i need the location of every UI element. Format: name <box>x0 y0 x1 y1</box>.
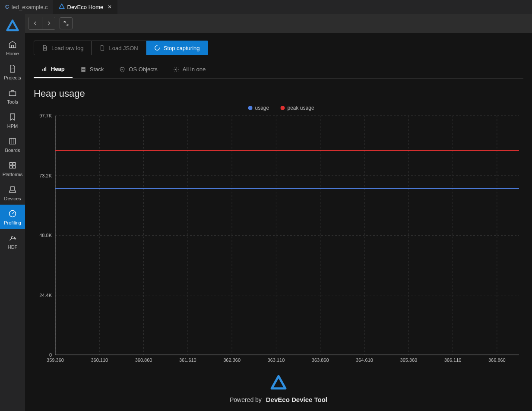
svg-rect-5 <box>10 162 12 165</box>
sidebar-item-projects[interactable]: P Projects <box>0 60 25 84</box>
svg-text:peak usage: peak usage <box>288 105 314 111</box>
capture-actions: Load raw log Load JSON Stop capturing <box>34 41 523 55</box>
sidebar-item-tools[interactable]: Tools <box>0 84 25 108</box>
deveco-logo-icon <box>59 3 65 11</box>
profiling-subtabs: Heap Stack OS Objects All in one <box>34 61 523 79</box>
tab-label: Heap <box>51 66 65 72</box>
tab-label: Stack <box>90 66 104 73</box>
svg-point-56 <box>281 106 285 110</box>
app-logo <box>4 17 21 35</box>
svg-rect-15 <box>44 68 45 71</box>
svg-text:365.360: 365.360 <box>400 357 417 363</box>
sidebar-item-platforms[interactable]: Platforms <box>0 156 25 180</box>
shield-icon <box>119 66 125 73</box>
device-icon <box>8 185 17 194</box>
editor-tab-label: DevEco Home <box>67 4 104 10</box>
svg-rect-19 <box>82 70 85 71</box>
svg-rect-1 <box>10 92 16 96</box>
button-label: Load raw log <box>51 45 83 51</box>
sidebar-item-profiling[interactable]: Profiling <box>0 205 25 229</box>
svg-point-20 <box>175 69 177 70</box>
svg-rect-18 <box>82 69 85 70</box>
svg-text:24.4K: 24.4K <box>39 293 52 298</box>
tab-label: OS Objects <box>129 66 157 73</box>
svg-rect-14 <box>42 69 43 71</box>
top-toolbar <box>25 14 532 33</box>
sidebar-item-label: Boards <box>5 148 20 153</box>
svg-text:363.110: 363.110 <box>268 357 285 363</box>
nav-back-button[interactable] <box>29 17 42 29</box>
nav-group <box>28 17 55 30</box>
tab-stack[interactable]: Stack <box>73 61 112 78</box>
svg-text:360.110: 360.110 <box>91 357 108 363</box>
chart-title: Heap usage <box>34 88 523 99</box>
content-area: Load raw log Load JSON Stop capturing He… <box>25 14 532 411</box>
svg-rect-8 <box>13 166 16 168</box>
sidebar-item-label: Home <box>6 51 19 56</box>
svg-text:362.360: 362.360 <box>223 357 241 363</box>
sidebar-item-label: HPM <box>7 123 18 129</box>
spinner-icon <box>154 45 160 51</box>
svg-rect-7 <box>10 166 12 168</box>
editor-tab-label: led_example.c <box>12 4 48 10</box>
tab-os-objects[interactable]: OS Objects <box>111 61 165 78</box>
chart-bar-icon <box>41 66 48 72</box>
button-label: Stop capturing <box>164 45 200 51</box>
svg-point-54 <box>248 106 253 110</box>
footer-text: Powered by DevEco Device Tool <box>34 396 523 403</box>
powered-by-label: Powered by <box>230 396 262 403</box>
c-file-icon: C <box>5 4 9 10</box>
board-icon <box>8 136 17 146</box>
gear-icon <box>173 66 179 73</box>
svg-rect-16 <box>45 66 46 71</box>
sidebar-item-hdf[interactable]: HDF <box>0 229 25 253</box>
fullscreen-button[interactable] <box>60 17 73 29</box>
svg-text:0: 0 <box>49 352 52 357</box>
svg-text:97.7K: 97.7K <box>39 113 52 118</box>
svg-text:361.610: 361.610 <box>179 357 196 363</box>
sidebar: Home P Projects Tools HPM Boards <box>0 14 25 411</box>
editor-tab-deveco-home[interactable]: DevEco Home ✕ <box>54 0 118 14</box>
tab-all-in-one[interactable]: All in one <box>165 61 213 78</box>
grid-icon <box>8 161 17 170</box>
stack-icon <box>80 66 86 73</box>
svg-text:360.860: 360.860 <box>135 357 152 363</box>
sidebar-item-label: Platforms <box>3 172 22 177</box>
svg-rect-17 <box>82 67 85 68</box>
file-text-icon <box>42 45 48 51</box>
svg-text:364.610: 364.610 <box>356 357 373 363</box>
close-icon[interactable]: ✕ <box>108 4 112 10</box>
editor-tab-led-example[interactable]: C led_example.c <box>0 0 54 14</box>
sidebar-item-devices[interactable]: Devices <box>0 180 25 205</box>
load-json-button[interactable]: Load JSON <box>92 41 146 55</box>
svg-text:P: P <box>12 67 14 70</box>
tab-heap[interactable]: Heap <box>34 61 73 78</box>
stop-capturing-button[interactable]: Stop capturing <box>146 41 208 55</box>
gauge-icon <box>8 209 17 218</box>
svg-rect-6 <box>13 162 16 165</box>
toolbox-icon <box>8 88 17 98</box>
wrench-icon <box>8 233 17 243</box>
sidebar-item-home[interactable]: Home <box>0 35 25 60</box>
svg-text:359.360: 359.360 <box>47 357 64 363</box>
svg-rect-2 <box>10 138 15 144</box>
button-label: Load JSON <box>109 45 138 51</box>
sidebar-item-label: Devices <box>4 196 21 201</box>
footer-logo-icon <box>34 375 523 392</box>
footer: Powered by DevEco Device Tool <box>34 368 523 411</box>
load-raw-log-button[interactable]: Load raw log <box>34 41 92 55</box>
sidebar-item-label: HDF <box>8 244 18 250</box>
svg-text:usage: usage <box>255 105 269 111</box>
sidebar-item-boards[interactable]: Boards <box>0 132 25 156</box>
svg-text:48.8K: 48.8K <box>39 233 52 238</box>
sidebar-item-label: Profiling <box>4 220 21 225</box>
brand-name: DevEco Device Tool <box>266 396 327 403</box>
svg-text:366.860: 366.860 <box>488 357 506 363</box>
svg-text:73.2K: 73.2K <box>39 173 52 178</box>
sidebar-item-hpm[interactable]: HPM <box>0 108 25 132</box>
sidebar-item-label: Tools <box>7 99 18 104</box>
nav-forward-button[interactable] <box>42 17 55 29</box>
home-icon <box>8 40 17 49</box>
sidebar-item-label: Projects <box>4 75 21 80</box>
svg-text:366.110: 366.110 <box>444 357 462 363</box>
